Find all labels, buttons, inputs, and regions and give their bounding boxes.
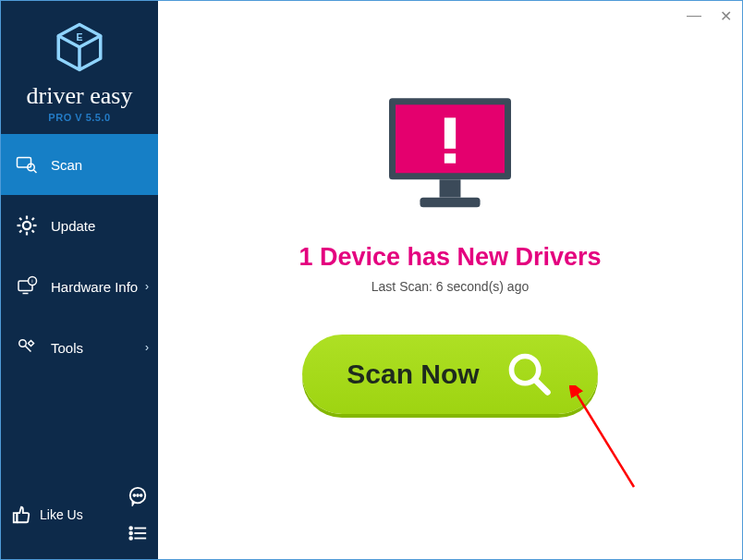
window-controls: — ✕ xyxy=(685,6,735,25)
svg-line-36 xyxy=(535,381,547,393)
svg-rect-34 xyxy=(420,198,480,208)
sidebar-item-label: Scan xyxy=(51,157,82,173)
svg-rect-32 xyxy=(445,153,456,164)
svg-text:i: i xyxy=(31,278,32,284)
svg-rect-6 xyxy=(26,232,28,236)
scan-result-headline: 1 Device has New Drivers xyxy=(298,243,601,272)
scan-panel: 1 Device has New Drivers Last Scan: 6 se… xyxy=(158,1,742,414)
svg-rect-10 xyxy=(31,230,35,234)
brand-tagline: PRO V 5.5.0 xyxy=(1,112,158,123)
alert-monitor-icon xyxy=(381,93,519,219)
svg-text:E: E xyxy=(76,31,82,43)
svg-rect-31 xyxy=(445,117,456,148)
svg-rect-11 xyxy=(31,217,35,221)
sidebar-item-tools[interactable]: Tools › xyxy=(1,317,158,378)
svg-line-18 xyxy=(25,346,31,352)
sidebar: E driver easy PRO V 5.5.0 Scan xyxy=(1,1,158,559)
magnifier-icon xyxy=(505,350,554,398)
chevron-right-icon: › xyxy=(145,341,149,354)
tools-icon xyxy=(14,335,40,360)
svg-point-20 xyxy=(133,494,135,496)
app-window: E driver easy PRO V 5.5.0 Scan xyxy=(0,0,743,560)
sidebar-item-update[interactable]: Update xyxy=(1,195,158,256)
sidebar-item-label: Update xyxy=(51,218,95,234)
sidebar-item-hardware-info[interactable]: i Hardware Info › xyxy=(1,256,158,317)
thumbs-up-icon xyxy=(10,504,32,526)
chevron-right-icon: › xyxy=(145,280,149,293)
like-us-label: Like Us xyxy=(40,507,83,522)
last-scan-subline: Last Scan: 6 second(s) ago xyxy=(372,279,529,294)
update-gear-icon xyxy=(14,213,40,238)
brand-block: E driver easy PRO V 5.5.0 xyxy=(1,1,158,134)
svg-point-23 xyxy=(129,527,132,530)
sidebar-item-scan[interactable]: Scan xyxy=(1,134,158,195)
menu-list-icon[interactable] xyxy=(127,522,149,544)
brand-wordmark: driver easy xyxy=(1,82,158,110)
like-us-button[interactable]: Like Us xyxy=(10,504,83,526)
minimize-button[interactable]: — xyxy=(685,6,703,25)
sidebar-item-label: Tools xyxy=(51,340,83,356)
sidebar-footer: Like Us xyxy=(1,476,158,559)
svg-point-27 xyxy=(129,537,132,540)
scan-now-button[interactable]: Scan Now xyxy=(302,335,598,414)
svg-rect-12 xyxy=(18,230,22,234)
svg-rect-9 xyxy=(18,217,22,221)
svg-point-22 xyxy=(140,494,142,496)
feedback-chat-icon[interactable] xyxy=(127,485,149,507)
svg-rect-5 xyxy=(26,216,28,220)
svg-rect-33 xyxy=(440,179,461,197)
svg-rect-7 xyxy=(18,225,21,226)
svg-rect-8 xyxy=(33,225,37,226)
svg-point-25 xyxy=(129,532,132,535)
svg-line-4 xyxy=(34,170,37,173)
svg-rect-2 xyxy=(18,158,31,168)
sidebar-item-label: Hardware Info xyxy=(51,279,138,295)
scan-magnifier-icon xyxy=(14,152,40,177)
close-button[interactable]: ✕ xyxy=(716,6,735,25)
hardware-info-icon: i xyxy=(14,274,40,299)
svg-point-21 xyxy=(137,494,139,496)
sidebar-nav: Scan Update xyxy=(1,134,158,476)
logo-cube-icon: E xyxy=(54,21,105,73)
main-panel: — ✕ 1 Device has New Drivers Last Scan: … xyxy=(158,1,742,559)
scan-now-label: Scan Now xyxy=(347,359,479,390)
